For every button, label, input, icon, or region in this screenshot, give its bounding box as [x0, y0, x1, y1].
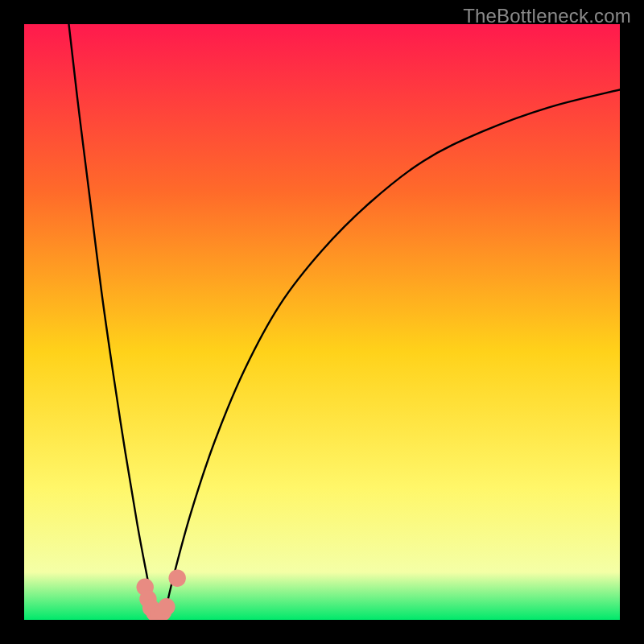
chart-frame: TheBottleneck.com	[0, 0, 644, 644]
watermark-text: TheBottleneck.com	[463, 5, 631, 27]
plot-area	[24, 24, 620, 620]
highlight-marker	[158, 598, 175, 615]
highlight-markers	[136, 569, 185, 620]
right-branch-curve	[164, 89, 620, 617]
curve-layer	[24, 24, 620, 620]
left-branch-curve	[69, 24, 157, 617]
highlight-marker	[168, 569, 185, 586]
